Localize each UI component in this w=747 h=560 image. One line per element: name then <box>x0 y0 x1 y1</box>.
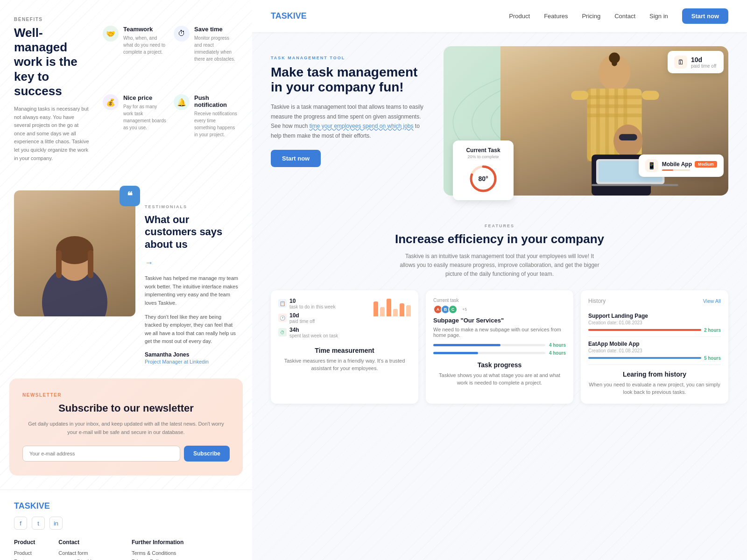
svg-rect-15 <box>596 89 600 161</box>
feature-progress-title: Task progress <box>433 361 566 369</box>
mobile-app-progress-fill <box>662 169 673 171</box>
footer-col-contact: Contact Contact form support@tasking.com… <box>58 539 108 560</box>
circular-progress-value: 80° <box>478 175 488 182</box>
spent-stat-label: spent last week on task <box>289 333 338 338</box>
nice-price-icon: 💰 <box>103 94 119 110</box>
history-view-all[interactable]: View All <box>703 298 721 304</box>
footer-social: f t in <box>14 517 238 530</box>
bar-6 <box>406 305 411 316</box>
hero-desc: Taskive is a task management tool that a… <box>271 102 430 140</box>
task-progress-row-1: 4 hours <box>433 343 566 348</box>
benefit-teamwork-title: Teamwork <box>123 26 167 33</box>
svg-rect-16 <box>605 89 609 161</box>
testimonials-label: TESTIMONIALS <box>145 204 238 209</box>
current-task-label: Current task <box>433 298 566 303</box>
svg-rect-3 <box>56 250 62 278</box>
benefits-label: BENEFITS <box>14 17 238 22</box>
task-progress-fill-1 <box>433 344 500 346</box>
hero-left: TASK MANAGEMENT TOOL Make task managemen… <box>271 46 430 205</box>
svg-rect-20 <box>587 105 641 108</box>
nav-features[interactable]: Features <box>544 13 568 20</box>
history-item-2: EatApp Mobile App Creation date: 01.08.2… <box>588 337 721 365</box>
history-time-2: 5 hours <box>704 356 721 361</box>
newsletter-email-input[interactable] <box>22 446 180 462</box>
right-panel: TASKIVE Product Features Pricing Contact… <box>252 0 747 560</box>
social-twitter-icon[interactable]: t <box>32 517 45 530</box>
task-avatars: A B C <box>433 305 456 314</box>
features-title: Increase efficiency in your company <box>271 232 728 246</box>
task-progress-fill-2 <box>433 352 478 354</box>
benefits-desc: Managing tasks is necessary but not alwa… <box>14 105 91 162</box>
time-stat-spent: ⏱ 34h spent last week on task <box>278 327 369 338</box>
features-cards: 📋 10 task to do in this week 🕐 10d <box>271 290 728 404</box>
svg-rect-14 <box>587 89 591 161</box>
bar-4 <box>393 309 398 316</box>
history-bar-1 <box>588 329 701 331</box>
current-task-pct-label: 20% to complete <box>460 154 506 159</box>
history-item-1-meta: Creation date: 01.08.2023 <box>588 320 721 325</box>
nav-pricing[interactable]: Pricing <box>582 13 600 20</box>
nav-signin[interactable]: Sign in <box>649 13 668 20</box>
navbar-brand: TASKIVE <box>271 11 307 21</box>
testimonial-role: Project Manager at Linkedin <box>145 359 238 364</box>
avatar-3: C <box>448 305 458 314</box>
hero-cta-button[interactable]: Start now <box>271 150 321 167</box>
quote-bubble: ❝ <box>120 186 140 206</box>
bar-1 <box>374 301 378 316</box>
feature-card-time: 📋 10 task to do in this week 🕐 10d <box>271 290 418 404</box>
paid-time-icon: 🗓 <box>674 56 687 69</box>
bar-5 <box>400 303 404 316</box>
social-facebook-icon[interactable]: f <box>14 517 27 530</box>
footer-col-contact-title: Contact <box>58 539 108 546</box>
testimonial-arrow[interactable]: → <box>145 258 153 268</box>
teamwork-icon: 🤝 <box>103 26 119 42</box>
tasks-stat-value: 10 <box>289 298 335 304</box>
history-header: History View All <box>588 298 721 304</box>
task-card-title: Subpage "Our Services" <box>433 317 566 324</box>
svg-point-25 <box>612 61 617 66</box>
footer-link-contact-form[interactable]: Contact form <box>58 550 108 556</box>
footer-col-product: Product Product Features Pricing <box>14 539 35 560</box>
testimonial-section: ❝ TESTIMONIALS What our customers says a… <box>0 190 252 364</box>
benefit-save-time-title: Save time <box>194 26 238 33</box>
newsletter-title: Subscribe to our newsletter <box>22 402 230 414</box>
benefit-teamwork: 🤝 Teamwork Who, when, and what do you ne… <box>103 26 167 87</box>
footer-columns: Product Product Features Pricing Contact… <box>14 539 238 560</box>
push-notification-icon: 🔔 <box>174 94 190 110</box>
task-plus: +5 <box>462 307 467 312</box>
page-wrapper: BENEFITS Well-managed work is the key to… <box>0 0 747 560</box>
benefit-nice-price: 💰 Nice price Pay for as many work task m… <box>103 94 167 162</box>
svg-rect-21 <box>587 113 641 117</box>
history-label: History <box>588 298 606 304</box>
footer-link-product[interactable]: Product <box>14 550 35 556</box>
nav-product[interactable]: Product <box>509 13 530 20</box>
float-card-paid: 🗓 10d paid time off <box>668 51 724 73</box>
paid-stat-icon: 🕐 <box>278 314 287 322</box>
footer-link-terms[interactable]: Terms & Conditions <box>132 550 183 556</box>
svg-rect-28 <box>619 134 637 140</box>
paid-stat-value: 10d <box>289 312 315 319</box>
hero-tag: TASK MANAGEMENT TOOL <box>271 56 430 60</box>
feature-time-desc: Taskive measures time in a friendly way.… <box>278 357 411 372</box>
testimonial-quote2: They don't feel like they are being trac… <box>145 313 238 346</box>
history-item-1: Support Landing Page Creation date: 01.0… <box>588 309 721 337</box>
current-task-title: Current Task <box>460 147 506 154</box>
paid-time-value: 10d <box>691 56 716 63</box>
benefit-push-notification: 🔔 Push notification Receive notification… <box>174 94 238 162</box>
mobile-app-progress-bar <box>662 169 690 171</box>
newsletter-subscribe-button[interactable]: Subscribe <box>184 446 230 462</box>
newsletter-section: NEWSLETTER Subscribe to our newsletter G… <box>9 378 243 476</box>
social-linkedin-icon[interactable]: in <box>49 517 63 530</box>
task-hours-2: 4 hours <box>549 350 566 356</box>
nav-contact[interactable]: Contact <box>614 13 635 20</box>
history-item-1-title: Support Landing Page <box>588 313 721 319</box>
feature-progress-desc: Taskive shows you at what stage you are … <box>433 371 566 387</box>
paid-time-label: paid time off <box>691 63 716 69</box>
testimonial-content: TESTIMONIALS What our customers says abo… <box>145 190 238 364</box>
left-panel: BENEFITS Well-managed work is the key to… <box>0 0 252 560</box>
svg-rect-23 <box>642 91 659 100</box>
feature-time-title: Time measurement <box>278 347 411 354</box>
nav-cta-button[interactable]: Start now <box>682 8 728 24</box>
task-detail: We need to make a new subpage with our s… <box>433 327 566 338</box>
paid-stat-label: paid time off <box>289 319 315 324</box>
